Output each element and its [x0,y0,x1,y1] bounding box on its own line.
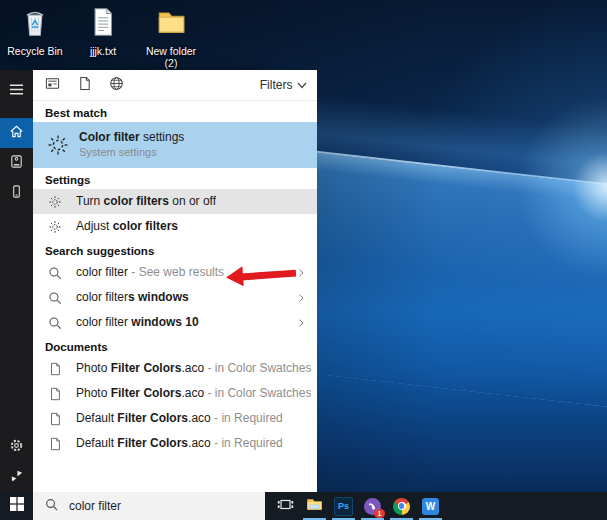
desktop-icon-recycle-bin[interactable]: Recycle Bin [4,5,66,69]
section-header: Search suggestions [33,239,317,260]
rail-device-button[interactable] [0,178,33,208]
result-text: color filters windows [76,290,189,305]
desktop-icon-text-file[interactable]: jjjk.txt [72,5,134,69]
apps-tab-icon [45,76,60,95]
desktop-icons: Recycle Bin jjjk.txt New folder (2) [4,5,202,69]
wps-office-icon: W [422,498,439,515]
taskbar-app-viber[interactable]: 1 [358,492,387,520]
rail-feedback-button[interactable] [0,462,33,492]
flyout-panel: Filters Best matchColor filter settingsS… [33,70,317,492]
result-item[interactable]: Default Filter Colors.aco - in Required [33,431,317,456]
search-flyout: Filters Best matchColor filter settingsS… [0,70,265,492]
result-item[interactable]: Photo Filter Colors.aco - in Color Swatc… [33,381,317,406]
result-item[interactable]: color filter windows 10 [33,310,317,335]
result-item[interactable]: Photo Filter Colors.aco - in Color Swatc… [33,356,317,381]
task-view-icon [277,496,294,517]
menu-button[interactable] [0,76,33,106]
home-icon [9,124,24,143]
sun-icon [45,220,65,234]
windows-logo-icon [10,497,24,515]
chevron-right-icon [295,317,311,329]
result-item[interactable]: Turn color filters on or off [33,189,317,214]
taskbar-app-wps-office[interactable]: W [416,492,445,520]
viber-icon: 1 [364,498,381,515]
document-icon [45,412,65,426]
result-text: Adjust color filters [76,219,178,234]
hamburger-icon [9,82,24,101]
tab-web[interactable] [109,76,141,95]
color-filter-icon [45,133,71,157]
desktop-icon-label: New folder (2) [140,45,202,69]
search-category-tabs: Filters [33,70,317,101]
result-item[interactable]: color filters windows [33,285,317,310]
result-text: Photo Filter Colors.aco - in Color Swatc… [76,361,311,376]
notification-badge: 1 [374,509,385,518]
result-text: Photo Filter Colors.aco - in Color Swatc… [76,386,311,401]
tab-documents[interactable] [77,76,109,95]
taskbar-app-task-view[interactable] [271,492,300,520]
section-header: Settings [33,168,317,189]
document-icon [45,362,65,376]
globe-icon [109,76,124,95]
desktop-icon-label: Recycle Bin [7,45,62,57]
taskbar-app-file-explorer[interactable] [300,492,329,520]
gear-icon [9,438,24,457]
rail-home-button[interactable] [0,118,33,148]
rail-notebook-button[interactable] [0,148,33,178]
documents-tab-icon [77,76,92,95]
result-item[interactable]: Adjust color filters [33,214,317,239]
taskbar: Ps1W [0,492,607,520]
result-item[interactable]: Color filter settingsSystem settings [33,122,317,168]
section-header: Best match [33,101,317,122]
photoshop-icon: Ps [334,497,353,516]
chevron-right-icon [295,292,311,304]
result-text: color filter - See web results [76,265,224,280]
result-subtitle: System settings [79,146,184,160]
search-icon [45,497,58,515]
flyout-rail [0,70,33,492]
filters-label: Filters [260,78,293,92]
document-icon [45,387,65,401]
feedback-icon [9,468,24,487]
filters-dropdown[interactable]: Filters [260,78,308,92]
text-file-icon [86,5,120,43]
search-icon [45,266,65,280]
result-text: color filter windows 10 [76,315,199,330]
taskbar-app-photoshop[interactable]: Ps [329,492,358,520]
chevron-down-icon [297,78,307,92]
result-text: Default Filter Colors.aco - in Required [76,411,283,426]
sun-icon [45,195,65,209]
chrome-icon [393,498,410,515]
device-icon [9,184,24,203]
document-icon [45,437,65,451]
search-icon [45,291,65,305]
result-text: Color filter settingsSystem settings [79,130,184,160]
section-header: Documents [33,335,317,356]
notebook-icon [9,154,24,173]
tab-apps[interactable] [45,76,77,95]
desktop-icon-new-folder[interactable]: New folder (2) [140,5,202,69]
folder-icon [154,5,188,43]
start-button[interactable] [0,492,33,520]
taskbar-app-chrome[interactable] [387,492,416,520]
desktop-icon-label: jjjk.txt [90,45,116,57]
result-text: Default Filter Colors.aco - in Required [76,436,283,451]
rail-settings-button[interactable] [0,432,33,462]
file-explorer-icon [306,496,323,517]
taskbar-apps: Ps1W [271,492,445,520]
search-input[interactable] [67,498,221,514]
result-item[interactable]: Default Filter Colors.aco - in Required [33,406,317,431]
desktop-screen: Recycle Bin jjjk.txt New folder (2) [0,0,607,520]
result-text: Turn color filters on or off [76,194,216,209]
recycle-bin-icon [18,5,52,43]
taskbar-search-box[interactable] [33,492,265,520]
search-icon [45,316,65,330]
